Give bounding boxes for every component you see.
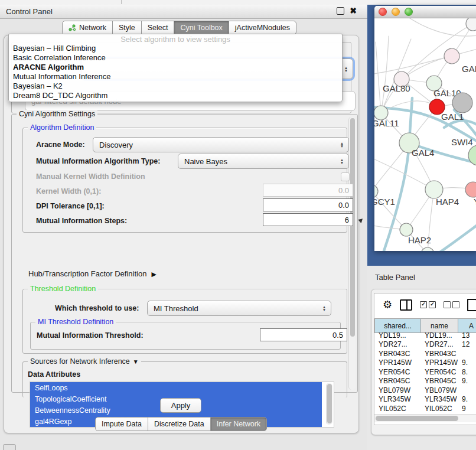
- aracne-mode-combo[interactable]: Discovery ▲▼: [93, 137, 349, 152]
- table-cell: YPR145W: [420, 358, 458, 368]
- table-row[interactable]: YER054CYER054C8.: [374, 367, 476, 377]
- table-row[interactable]: YIL052CYIL052C9: [374, 404, 476, 413]
- settings-scrollbar[interactable]: [348, 117, 356, 390]
- network-node[interactable]: [421, 247, 434, 251]
- table-toolbar: ⚙ ✓✓: [374, 294, 476, 316]
- tab-cyni-toolbox[interactable]: Cyni Toolbox: [174, 21, 229, 35]
- network-edge[interactable]: [410, 18, 476, 36]
- network-window-titlebar[interactable]: [374, 6, 476, 18]
- tab-label: Select: [148, 24, 168, 32]
- toolbar-divider: [121, 0, 122, 4]
- table-row[interactable]: YLR345WYLR345W9.: [374, 395, 476, 405]
- network-node-hap4[interactable]: [425, 181, 443, 198]
- data-attributes-label: Data Attributes: [28, 370, 80, 379]
- table-cell: YIL052C: [374, 404, 420, 413]
- table-row[interactable]: YPR145WYPR145W9.: [374, 358, 476, 368]
- algorithm-option[interactable]: ARACNE Algorithm: [9, 63, 342, 72]
- network-canvas[interactable]: GALGAL80GAL10GAL1GAL11GAL4SWI4GCY1HAP4YH…: [374, 18, 476, 251]
- mi-type-combo[interactable]: Naive Bayes ▲▼: [178, 154, 349, 169]
- tab-label: Impute Data: [102, 420, 142, 428]
- table-cell: YLR345W: [374, 395, 420, 405]
- algorithm-option[interactable]: Dream8 DC_TDC Algorithm: [9, 91, 342, 100]
- mi-threshold-group: MI Threshold Definition Mutual Informati…: [30, 322, 341, 350]
- tab-label: Style: [119, 24, 135, 32]
- table-hscrollbar[interactable]: [374, 414, 476, 422]
- network-node[interactable]: [466, 18, 476, 31]
- table-cell: [458, 386, 476, 395]
- table-cell: YDL19...: [374, 331, 420, 340]
- sources-title: Sources for Network Inference▼: [28, 357, 141, 366]
- table-row[interactable]: YBR045CYBR045C9.: [374, 377, 476, 386]
- algorithm-definition-title: Algorithm Definition: [28, 123, 96, 132]
- select-all-checks-icon[interactable]: ✓✓: [420, 301, 436, 308]
- network-node-hap2[interactable]: [400, 223, 413, 236]
- algorithm-option[interactable]: Bayesian – K2: [9, 81, 342, 91]
- apply-button[interactable]: Apply: [160, 398, 201, 413]
- table-hscrollbar-thumb[interactable]: [376, 416, 458, 421]
- algorithm-placeholder: Select algorithm to view settings: [9, 34, 342, 44]
- manual-kernel-checkbox[interactable]: [341, 172, 350, 181]
- table-cell: YDR27...: [374, 340, 420, 350]
- network-edge[interactable]: [381, 36, 389, 113]
- table-panel-outer: ⚙ ✓✓ shared...nameA YDL19...YDL19...13YD…: [371, 289, 476, 435]
- mi-threshold-field[interactable]: 0.5: [260, 328, 347, 341]
- split-columns-icon[interactable]: [400, 299, 412, 311]
- expand-arrow-icon[interactable]: ▶: [151, 270, 156, 278]
- tab-select[interactable]: Select: [141, 21, 175, 35]
- algorithm-option[interactable]: Mutual Information Inference: [9, 72, 342, 81]
- table-row[interactable]: YBL079WYBL079W: [374, 386, 476, 395]
- table-settings-gear-icon[interactable]: ⚙: [383, 299, 392, 310]
- network-node-gcy1[interactable]: [374, 185, 378, 198]
- tab-jactivemnodules[interactable]: jActiveMNodules: [229, 21, 296, 35]
- algorithm-option[interactable]: Basic Correlation Inference: [9, 53, 342, 63]
- network-node-y[interactable]: [465, 182, 476, 197]
- table-cell: YBL079W: [420, 386, 458, 395]
- network-graph-icon: [69, 24, 76, 31]
- tab-label: Infer Network: [217, 420, 260, 428]
- table-row[interactable]: YDR27...YDR27...12: [374, 340, 476, 350]
- tab-impute-data[interactable]: Impute Data: [95, 417, 148, 431]
- zoom-window-icon[interactable]: [405, 8, 413, 16]
- cyni-mode-tabs: Impute DataDiscretize DataInfer Network: [4, 417, 358, 431]
- tab-discretize-data[interactable]: Discretize Data: [148, 417, 211, 431]
- collapse-arrow-icon[interactable]: ▼: [133, 358, 139, 365]
- combo-arrows-icon: ▲▼: [337, 142, 348, 148]
- tab-infer-network[interactable]: Infer Network: [210, 417, 267, 431]
- network-edge[interactable]: [376, 42, 381, 113]
- deselect-all-checks-icon[interactable]: [444, 301, 459, 308]
- node-table[interactable]: YDL19...YDL19...13YDR27...YDR27...12YBR0…: [374, 331, 476, 413]
- table-cell: YPR145W: [374, 358, 420, 368]
- network-node-label: HAP4: [436, 197, 459, 207]
- which-threshold-combo[interactable]: MI Threshold ▲▼: [147, 301, 331, 316]
- algorithm-option[interactable]: Bayesian – Hill Climbing: [9, 44, 342, 53]
- table-cell: 9: [458, 404, 476, 413]
- tab-network[interactable]: Network: [62, 21, 113, 35]
- table-cell: YLR345W: [420, 395, 458, 405]
- mi-steps-field[interactable]: 6: [263, 213, 353, 226]
- data-attribute-item[interactable]: SelfLoops: [30, 382, 322, 393]
- bottom-left-mini-button[interactable]: [3, 444, 16, 450]
- table-cell: YBR043C: [420, 349, 458, 358]
- settings-scrollbar-thumb[interactable]: [350, 118, 355, 337]
- network-node-label: SWI4: [451, 137, 473, 147]
- network-node[interactable]: [452, 93, 472, 113]
- minimize-window-icon[interactable]: [392, 8, 400, 16]
- tab-style[interactable]: Style: [112, 21, 142, 35]
- close-panel-icon[interactable]: ✖: [350, 8, 357, 14]
- float-panel-icon[interactable]: [337, 7, 344, 15]
- network-node-label: GCY1: [374, 197, 395, 207]
- combo-arrows-icon: ▲▼: [319, 305, 331, 311]
- dpi-tolerance-label: DPI Tolerance [0,1]:: [36, 202, 105, 210]
- new-column-icon[interactable]: [467, 299, 476, 311]
- hub-definition-toggle[interactable]: Hub/Transcription Factor Definition▶: [28, 269, 157, 278]
- table-row[interactable]: YDL19...YDL19...13: [374, 331, 476, 340]
- network-edge[interactable]: [436, 220, 476, 251]
- network-node-label: GAL1: [441, 112, 464, 122]
- network-node-gal[interactable]: [444, 48, 459, 64]
- network-edge[interactable]: [402, 56, 452, 79]
- table-row[interactable]: YBR043CYBR043C: [374, 349, 476, 358]
- kernel-width-field[interactable]: 0.0: [263, 184, 353, 197]
- close-window-icon[interactable]: [379, 8, 387, 16]
- dpi-tolerance-field[interactable]: 0.0: [263, 198, 353, 211]
- table-cell: YBR045C: [420, 377, 458, 386]
